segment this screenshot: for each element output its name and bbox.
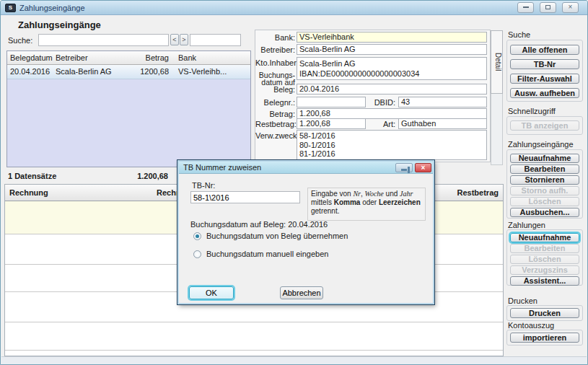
- importieren-button[interactable]: importieren: [510, 333, 579, 343]
- dialog-close-button[interactable]: ×: [415, 163, 431, 172]
- window-title: Zahlungseingänge: [19, 4, 85, 12]
- tab-detail[interactable]: Detail: [491, 30, 503, 94]
- table-row[interactable]: 20.04.2016 Scala-Berlin AG 1200,68 VS-Ve…: [7, 65, 250, 79]
- betreiber-field[interactable]: Scala-Berlin AG: [297, 44, 487, 55]
- tbnr-input[interactable]: [190, 191, 300, 203]
- ze-neuaufnahme-button[interactable]: Neuaufnahme: [510, 154, 579, 163]
- radio-unselected-icon: [193, 250, 201, 258]
- betrag-field[interactable]: 1.200,68: [297, 108, 487, 119]
- kto-inhaber-field[interactable]: Scala-Berlin AG IBAN:DE00000000000000003…: [297, 57, 487, 80]
- dbid-field[interactable]: 43: [398, 97, 487, 107]
- ze-storno-aufheben-button: Storno aufh.: [510, 186, 579, 195]
- belegnr-field[interactable]: [297, 97, 366, 107]
- close-icon: ×: [569, 3, 573, 11]
- dbid-label: DBID:: [364, 98, 395, 107]
- kto-inhaber-label: Kto.Inhaber:: [255, 58, 295, 67]
- cancel-button[interactable]: Abbrechen: [280, 286, 323, 299]
- bank-label: Bank:: [255, 33, 295, 42]
- column-header-belegdatum[interactable]: Belegdatum: [10, 53, 53, 62]
- alle-offenen-button[interactable]: Alle offenen: [510, 45, 579, 55]
- ok-button[interactable]: OK: [189, 286, 234, 299]
- search-input[interactable]: [38, 34, 169, 46]
- art-label: Art:: [364, 120, 395, 128]
- group-label-zahlungseingaenge: Zahlungseingänge: [508, 140, 574, 149]
- maximize-button[interactable]: [540, 2, 556, 13]
- z-loeschen-button: Löschen: [510, 255, 579, 264]
- invoice-row: [5, 322, 503, 351]
- auswahl-aufheben-button[interactable]: Ausw. aufheben: [510, 88, 579, 98]
- column-header-restbetrag[interactable]: Restbetrag: [457, 188, 499, 197]
- radio-label: Buchungsdatum von Beleg übernehmen: [206, 232, 348, 240]
- cell-belegdatum: 20.04.2016: [10, 67, 50, 76]
- belegnr-label: Belegnr.:: [255, 98, 295, 107]
- column-header-betreiber[interactable]: Betreiber: [56, 53, 88, 62]
- search-next-button[interactable]: >: [180, 34, 188, 45]
- record-count: 1 Datensätze: [8, 172, 56, 180]
- minimize-button[interactable]: [517, 2, 534, 13]
- group-label-zahlungen: Zahlungen: [508, 221, 545, 229]
- z-bearbeiten-button: Bearbeiten: [510, 244, 579, 253]
- radio-buchungsdatum-manuell[interactable]: Buchungsdatum manuell eingeben: [193, 250, 328, 258]
- cell-betrag: 1200,68: [123, 67, 169, 76]
- close-icon: ×: [421, 164, 426, 172]
- verwendungszweck-field[interactable]: 58-1/2016 80-1/2016 81-1/2016: [297, 130, 487, 160]
- dialog-title: TB Nummer zuweisen: [183, 163, 261, 172]
- group-label-schnellzugriff: Schnellzugriff: [508, 107, 556, 115]
- tbnr-label: TB-Nr:: [192, 181, 215, 190]
- payments-table: Belegdatum Betreiber Betrag Bank 20.04.2…: [6, 50, 251, 167]
- minimize-icon: [523, 6, 529, 8]
- group-kontoauszug: importieren: [506, 330, 583, 346]
- verwendungszweck-label: Verw.zweck:: [255, 131, 295, 140]
- ze-bearbeiten-button[interactable]: Bearbeiten: [510, 164, 579, 174]
- ze-loeschen-button: Löschen: [510, 197, 579, 206]
- buchungsdatum-line: Buchungsdatum auf Beleg: 20.04.2016: [190, 220, 328, 229]
- group-drucken: Drucken: [506, 305, 583, 321]
- column-header-rechnung[interactable]: Rechnung: [9, 188, 48, 197]
- maximize-icon: [545, 5, 550, 9]
- betreiber-label: Betreiber:: [255, 45, 295, 54]
- search-input-secondary[interactable]: [190, 34, 241, 46]
- detail-panel: Bank: VS-Verleihbank Betreiber: Scala-Be…: [255, 30, 491, 162]
- tb-nr-button[interactable]: TB-Nr: [510, 59, 579, 69]
- dialog-pin-button[interactable]: [395, 163, 413, 172]
- titlebar: S Zahlungseingänge ×: [1, 1, 587, 15]
- z-assistent-button[interactable]: Assistent...: [510, 276, 579, 286]
- cell-betreiber: Scala-Berlin AG: [56, 67, 112, 76]
- detail-tab-strip: Detail: [491, 30, 503, 165]
- tb-nummer-zuweisen-dialog: TB Nummer zuweisen × TB-Nr: Eingabe von …: [177, 160, 434, 304]
- bank-field[interactable]: VS-Verleihbank: [297, 32, 487, 43]
- kto-line1: Scala-Berlin AG: [299, 58, 484, 69]
- group-zahlungen: Neuaufnahme Bearbeiten Löschen Verzugszi…: [506, 229, 583, 286]
- ze-ausbuchen-button[interactable]: Ausbuchen...: [510, 208, 579, 217]
- app-icon: S: [5, 4, 16, 12]
- group-label-suche: Suche: [508, 30, 530, 39]
- buchungsdatum-label: Buchungs- datum auf Beleg:: [255, 71, 295, 93]
- column-header-bank[interactable]: Bank: [178, 53, 196, 62]
- payments-table-header: Belegdatum Betreiber Betrag Bank: [7, 51, 250, 65]
- drucken-button[interactable]: Drucken: [510, 308, 579, 318]
- window-controls: ×: [517, 2, 583, 13]
- group-label-kontoauszug: Kontoauszug: [508, 321, 554, 330]
- statusbar: [1, 356, 587, 365]
- tb-anzeigen-button: TB anzeigen: [510, 120, 579, 131]
- column-header-betrag[interactable]: Betrag: [123, 53, 169, 62]
- group-label-drucken: Drucken: [508, 296, 537, 305]
- kto-line2: IBAN:DE00000000000000003034: [299, 69, 484, 79]
- restbetrag-label: Restbetrag:: [255, 120, 295, 128]
- group-schnellzugriff: TB anzeigen: [506, 116, 583, 135]
- search-prev-button[interactable]: <: [170, 34, 179, 45]
- radio-buchungsdatum-uebernehmen[interactable]: Buchungsdatum von Beleg übernehmen: [193, 232, 348, 240]
- close-button[interactable]: ×: [562, 2, 579, 13]
- restbetrag-field[interactable]: 1.200,68: [297, 118, 366, 129]
- ze-stornieren-button[interactable]: Stornieren: [510, 175, 579, 185]
- cell-bank: VS-Verleihb...: [178, 67, 227, 76]
- radio-selected-icon: [193, 232, 201, 240]
- verw-line3: 81-1/2016: [299, 149, 484, 159]
- buchungsdatum-field[interactable]: 20.04.2016: [297, 84, 487, 94]
- radio-label: Buchungsdatum manuell eingeben: [206, 250, 328, 258]
- z-neuaufnahme-button[interactable]: Neuaufnahme: [510, 233, 579, 242]
- group-suche: Alle offenen TB-Nr Filter-Auswahl Ausw. …: [506, 40, 583, 102]
- betrag-label: Betrag:: [255, 110, 295, 118]
- filter-auswahl-button[interactable]: Filter-Auswahl: [510, 74, 579, 84]
- art-field[interactable]: Guthaben: [398, 118, 487, 129]
